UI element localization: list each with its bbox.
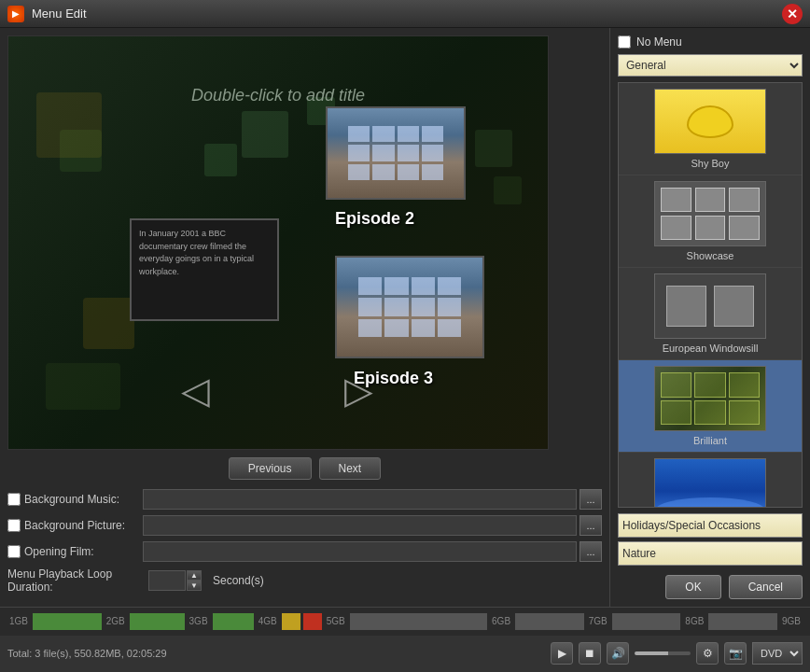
close-button[interactable]: ✕ — [782, 4, 803, 24]
no-menu-checkbox[interactable] — [618, 35, 631, 49]
next-nav-arrow[interactable]: ▷ — [344, 369, 373, 412]
pb-gray-segment-3 — [612, 613, 681, 630]
no-menu-label: No Menu — [636, 35, 682, 49]
bg-deco-3 — [83, 298, 134, 349]
opening-film-checkbox[interactable] — [7, 545, 21, 558]
cancel-button[interactable]: Cancel — [729, 575, 803, 599]
pb-label-2: 3GB — [188, 616, 210, 626]
episode1-thumb[interactable]: In January 2001 a BBC documentary crew f… — [130, 218, 279, 321]
previous-button[interactable]: Previous — [229, 457, 312, 480]
settings-button[interactable]: ⚙ — [696, 642, 719, 665]
pb-yellow-segment — [282, 613, 300, 630]
brilliant-sq-6 — [729, 400, 760, 426]
pb-label-8: 9GB — [780, 616, 803, 626]
episode2-thumb[interactable] — [326, 106, 466, 200]
pb-label-3: 4GB — [257, 616, 279, 626]
holidays-dropdown[interactable]: Holidays/Special Occasions — [618, 513, 803, 538]
showcase-sq-6 — [729, 216, 760, 240]
showcase-sq-2 — [695, 188, 726, 212]
app-icon-symbol: ▶ — [12, 8, 20, 19]
preview-controls: Previous Next — [7, 457, 602, 480]
status-text: Total: 3 file(s), 550.82MB, 02:05:29 — [7, 648, 545, 659]
theme-thumb-azure — [654, 458, 766, 508]
bg-music-checkbox[interactable] — [7, 493, 21, 506]
pb-label-5: 6GB — [490, 616, 512, 626]
volume-slider[interactable] — [635, 651, 691, 655]
theme-azure[interactable]: Azure — [619, 453, 802, 508]
opening-film-label: Opening Film: — [7, 545, 143, 558]
app-icon: ▶ — [7, 6, 24, 22]
volume-button[interactable]: 🔊 — [607, 642, 629, 665]
theme-brilliant[interactable]: Brilliant — [619, 360, 802, 453]
bg-music-row: Background Music: ... — [7, 489, 602, 510]
bg-picture-row: Background Picture: ... — [7, 515, 602, 536]
episode1-text: In January 2001 a BBC documentary crew f… — [139, 228, 270, 278]
theme-thumb-showcase — [654, 181, 766, 246]
pb-green-segment — [33, 613, 102, 630]
bg-deco-6 — [242, 111, 288, 158]
loop-duration-input[interactable]: 30 — [148, 570, 186, 591]
window-title: Menu Edit — [32, 7, 782, 21]
opening-film-row: Opening Film: ... — [7, 541, 602, 562]
pb-green-segment-3 — [213, 613, 254, 630]
category-select[interactable]: General — [618, 54, 803, 77]
theme-label-european-windowsill: European Windowsill — [663, 343, 759, 354]
pb-label-0: 1GB — [7, 616, 30, 626]
pb-gray-segment-4 — [708, 613, 777, 630]
theme-european-windowsill[interactable]: European Windowsill — [619, 268, 802, 360]
duration-spinner: ▲ ▼ — [187, 570, 202, 591]
bg-picture-input[interactable] — [143, 515, 577, 536]
showcase-sq-5 — [695, 216, 726, 240]
left-panel: Double-click to add title Episode 2 In J… — [0, 28, 609, 607]
theme-thumb-european-windowsill — [654, 273, 766, 339]
pb-label-6: 7GB — [587, 616, 609, 626]
bg-music-browse[interactable]: ... — [580, 489, 602, 510]
ok-button[interactable]: OK — [665, 575, 720, 599]
theme-label-brilliant: Brilliant — [693, 435, 727, 446]
pb-label-1: 2GB — [105, 616, 127, 626]
theme-shy-boy[interactable]: Shy Boy — [619, 83, 802, 175]
lemon-shape — [687, 105, 733, 138]
euro-rect-2 — [714, 286, 754, 327]
opening-film-input[interactable] — [143, 541, 577, 562]
next-button[interactable]: Next — [319, 457, 382, 480]
bg-music-label: Background Music: — [7, 493, 143, 506]
bg-deco-2 — [60, 130, 102, 172]
action-buttons: OK Cancel — [618, 575, 803, 599]
no-menu-row: No Menu — [618, 35, 803, 49]
loop-duration-label: Menu Playback Loop Duration: — [7, 567, 143, 594]
prev-nav-arrow[interactable]: ◁ — [181, 369, 210, 412]
theme-thumb-shy-boy — [654, 89, 766, 154]
bg-deco-8 — [475, 130, 512, 167]
stop-button[interactable]: ⏹ — [579, 642, 601, 665]
episode2-label: Episode 2 — [335, 209, 414, 229]
theme-showcase[interactable]: Showcase — [619, 175, 802, 268]
bg-picture-browse[interactable]: ... — [580, 515, 602, 536]
theme-label-showcase: Showcase — [687, 250, 734, 261]
bg-picture-checkbox[interactable] — [7, 519, 21, 532]
loop-duration-wrapper: 30 ▲ ▼ — [148, 570, 202, 591]
loop-duration-row: Menu Playback Loop Duration: 30 ▲ ▼ Seco… — [7, 567, 602, 594]
theme-thumb-brilliant — [654, 366, 766, 431]
format-select[interactable]: DVD — [752, 642, 803, 665]
play-button[interactable]: ▶ — [551, 642, 573, 665]
episode3-thumb[interactable] — [335, 256, 484, 358]
pb-gray-segment-2 — [515, 613, 584, 630]
camera-button[interactable]: 📷 — [724, 642, 747, 665]
title-bar: ▶ Menu Edit ✕ — [0, 0, 810, 28]
add-title-prompt[interactable]: Double-click to add title — [191, 86, 365, 105]
showcase-sq-3 — [729, 188, 760, 212]
spin-down-button[interactable]: ▼ — [187, 581, 202, 591]
pb-label-7: 8GB — [683, 616, 705, 626]
bg-music-input[interactable] — [143, 489, 577, 510]
bg-deco-9 — [494, 176, 522, 204]
pb-green-segment-2 — [130, 613, 185, 630]
nature-dropdown[interactable]: Nature — [618, 541, 803, 566]
brilliant-sq-1 — [661, 372, 691, 398]
spin-up-button[interactable]: ▲ — [187, 570, 202, 581]
opening-film-browse[interactable]: ... — [580, 541, 602, 562]
euro-rect-1 — [666, 286, 706, 327]
brilliant-sq-2 — [694, 372, 725, 398]
pb-label-4: 5GB — [325, 616, 347, 626]
showcase-sq-4 — [661, 216, 691, 240]
